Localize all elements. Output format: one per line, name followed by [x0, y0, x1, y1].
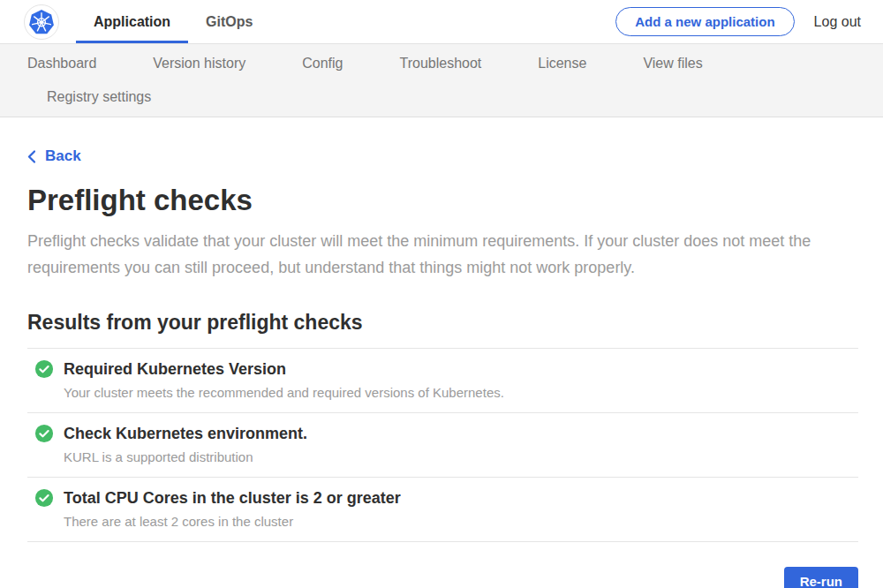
- subnav-item-config[interactable]: Config: [302, 55, 343, 72]
- check-title: Required Kubernetes Version: [64, 359, 858, 379]
- check-circle-icon: [34, 488, 54, 508]
- topnav-right: Add a new application Log out: [615, 0, 861, 43]
- subnav-row-1: Dashboard Version history Config Trouble…: [0, 55, 883, 72]
- subnav-item-view-files[interactable]: View files: [643, 55, 702, 72]
- preflight-page: Back Preflight checks Preflight checks v…: [0, 117, 883, 588]
- preflight-results-list: Required Kubernetes Version Your cluster…: [27, 348, 858, 542]
- top-navbar: Application GitOps Add a new application…: [0, 0, 883, 44]
- check-circle-icon: [34, 424, 54, 443]
- preflight-check-row: Total CPU Cores in the cluster is 2 or g…: [27, 478, 858, 542]
- check-message: Your cluster meets the recommended and r…: [64, 385, 858, 401]
- app-subnav: Dashboard Version history Config Trouble…: [0, 44, 883, 117]
- preflight-check-row: Check Kubernetes environment. KURL is a …: [27, 413, 858, 478]
- subnav-item-troubleshoot[interactable]: Troubleshoot: [399, 55, 481, 72]
- subnav-item-dashboard[interactable]: Dashboard: [27, 55, 96, 72]
- chevron-left-icon: [27, 150, 35, 163]
- logout-link[interactable]: Log out: [814, 14, 861, 30]
- tab-application-label: Application: [94, 14, 170, 30]
- kubernetes-logo-icon[interactable]: [24, 4, 59, 40]
- check-message: There are at least 2 cores in the cluste…: [64, 514, 858, 530]
- tab-gitops[interactable]: GitOps: [188, 0, 270, 43]
- page-description: Preflight checks validate that your clus…: [27, 228, 849, 281]
- page-actions: Re-run: [27, 567, 858, 588]
- subnav-item-registry-settings[interactable]: Registry settings: [47, 88, 151, 106]
- check-circle-icon: [34, 359, 54, 379]
- rerun-button[interactable]: Re-run: [784, 567, 858, 588]
- add-new-application-button[interactable]: Add a new application: [615, 7, 794, 36]
- subnav-item-version-history[interactable]: Version history: [153, 55, 245, 72]
- check-title: Check Kubernetes environment.: [64, 424, 858, 443]
- page-title: Preflight checks: [27, 184, 858, 217]
- subnav-row-2: Registry settings: [0, 88, 883, 106]
- tab-gitops-label: GitOps: [206, 14, 253, 30]
- results-title: Results from your preflight checks: [27, 311, 858, 335]
- tab-application[interactable]: Application: [76, 0, 188, 43]
- preflight-check-row: Required Kubernetes Version Your cluster…: [27, 349, 858, 413]
- check-message: KURL is a supported distribution: [64, 449, 858, 465]
- back-link-label: Back: [45, 147, 81, 165]
- topnav-tabs: Application GitOps: [76, 0, 270, 43]
- back-link[interactable]: Back: [27, 147, 81, 165]
- check-title: Total CPU Cores in the cluster is 2 or g…: [64, 488, 858, 508]
- subnav-item-license[interactable]: License: [538, 55, 586, 72]
